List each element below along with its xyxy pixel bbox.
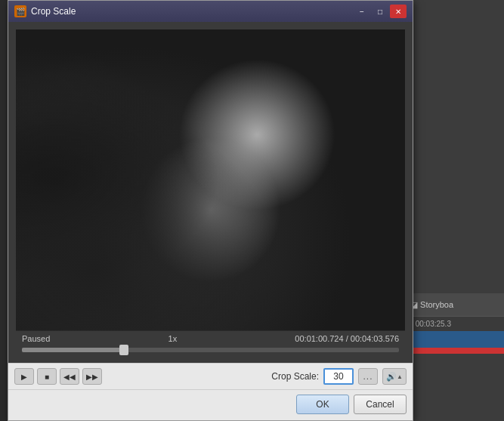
stop-button[interactable]: ■ <box>37 368 57 385</box>
timeline-panel: 4.6 00:03:25.3 <box>398 316 504 331</box>
video-frame <box>16 29 405 330</box>
titlebar-controls: − □ ✕ <box>354 5 407 18</box>
timeline-blue-bar <box>398 331 504 348</box>
prev-button[interactable]: ◀◀ <box>60 368 79 385</box>
current-time: 00:01:00.724 <box>295 334 343 343</box>
minimize-button[interactable]: − <box>354 5 370 18</box>
ok-button[interactable]: OK <box>296 395 349 414</box>
seekbar[interactable] <box>22 348 399 352</box>
crop-scale-dialog: 🎬 Crop Scale − □ ✕ Paused 1x 00:01:00.72… <box>8 0 413 421</box>
play-button[interactable]: ▶ <box>14 368 34 385</box>
video-hair-overlay <box>16 29 405 330</box>
crop-scale-input[interactable] <box>323 368 354 385</box>
crop-scale-area: Crop Scale: ... 🔊 ▲ <box>271 368 407 385</box>
total-time: 00:04:03.576 <box>351 334 399 343</box>
crop-scale-label: Crop Scale: <box>271 371 319 382</box>
storyboard-panel: ◪◪ Storyboa <box>398 293 504 316</box>
playback-speed: 1x <box>169 334 178 343</box>
maximize-button[interactable]: □ <box>372 5 388 18</box>
timeline-red-bar <box>398 348 504 354</box>
time-display: 00:01:00.724 / 00:04:03.576 <box>295 334 399 343</box>
seekbar-fill <box>22 348 124 352</box>
transport-buttons: ▶ ■ ◀◀ ▶▶ <box>14 368 102 385</box>
seekbar-container <box>16 346 405 355</box>
background-panel <box>398 0 504 421</box>
crop-scale-dots-button[interactable]: ... <box>358 368 378 385</box>
volume-icon: 🔊 <box>386 372 397 382</box>
status-bar: Paused 1x 00:01:00.724 / 00:04:03.576 <box>16 330 405 346</box>
next-button[interactable]: ▶▶ <box>82 368 102 385</box>
seekbar-thumb[interactable] <box>119 345 128 355</box>
close-button[interactable]: ✕ <box>390 5 407 18</box>
titlebar-title: Crop Scale <box>31 6 76 17</box>
app-icon: 🎬 <box>14 5 26 17</box>
action-row: OK Cancel <box>8 389 413 420</box>
transport-row: ▶ ■ ◀◀ ▶▶ Crop Scale: ... 🔊 ▲ <box>8 363 413 389</box>
dialog-content: Paused 1x 00:01:00.724 / 00:04:03.576 <box>8 22 413 363</box>
volume-arrow: ▲ <box>397 373 403 380</box>
cancel-button[interactable]: Cancel <box>354 395 407 414</box>
titlebar: 🎬 Crop Scale − □ ✕ <box>8 1 413 22</box>
volume-button[interactable]: 🔊 ▲ <box>382 368 407 385</box>
playback-status: Paused <box>22 334 50 343</box>
video-preview <box>16 29 405 330</box>
titlebar-left: 🎬 Crop Scale <box>14 5 76 17</box>
